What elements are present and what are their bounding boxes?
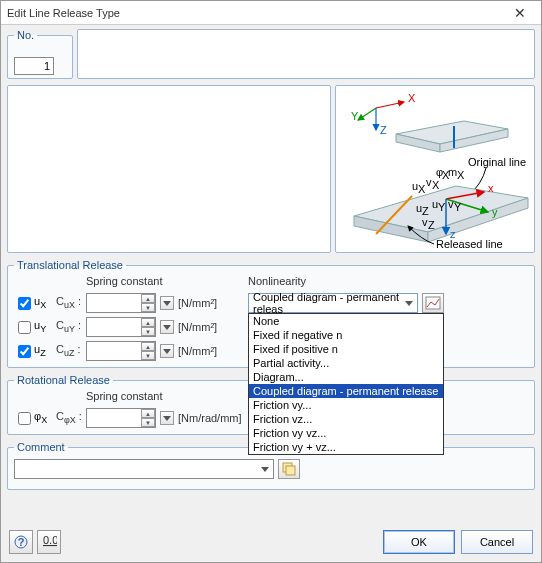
number-input[interactable] bbox=[14, 57, 54, 75]
axis-diagram: X Y Z Original line bbox=[335, 85, 535, 253]
rotational-legend: Rotational Release bbox=[14, 374, 113, 386]
svg-text:X: X bbox=[418, 183, 426, 195]
nonlinearity-ux-value: Coupled diagram - permanent releas bbox=[253, 291, 401, 315]
svg-text:Y: Y bbox=[351, 110, 359, 122]
nl-option[interactable]: Diagram... bbox=[249, 370, 443, 384]
nonlinearity-ux-select[interactable]: Coupled diagram - permanent releas bbox=[248, 293, 418, 313]
svg-text:x: x bbox=[488, 182, 494, 194]
cux-menu-button[interactable] bbox=[160, 296, 174, 310]
cphix-label: CφX : bbox=[56, 410, 82, 425]
units-button[interactable]: 0.00 bbox=[37, 530, 61, 554]
cux-label: CuX : bbox=[56, 295, 82, 310]
svg-marker-42 bbox=[163, 349, 171, 354]
ux-checkbox[interactable] bbox=[18, 297, 31, 310]
dialog-window: Edit Line Release Type ✕ No. bbox=[0, 0, 542, 563]
nl-option[interactable]: Fixed if positive n bbox=[249, 342, 443, 356]
nonlinearity-ux-edit-button[interactable] bbox=[422, 293, 444, 313]
svg-text:Z: Z bbox=[380, 124, 387, 136]
cux-spin-down[interactable]: ▼ bbox=[141, 303, 155, 312]
cuz-label: CuZ : bbox=[56, 343, 82, 358]
svg-marker-40 bbox=[163, 325, 171, 330]
translational-release-group: Translational Release Spring constant No… bbox=[7, 259, 535, 368]
nl-option[interactable]: Partial activity... bbox=[249, 356, 443, 370]
cphix-menu-button[interactable] bbox=[160, 411, 174, 425]
preview-panel-left bbox=[7, 85, 331, 253]
dialog-footer: ? 0.00 OK Cancel bbox=[9, 530, 533, 554]
nl-option[interactable]: Friction vy + vz... bbox=[249, 440, 443, 454]
cancel-button[interactable]: Cancel bbox=[461, 530, 533, 554]
nonlinearity-dropdown: None Fixed if negative n Fixed if positi… bbox=[248, 313, 444, 455]
uy-label: uY bbox=[34, 319, 52, 334]
phix-checkbox[interactable] bbox=[18, 412, 31, 425]
svg-text:Original line: Original line bbox=[468, 156, 526, 168]
svg-text:X: X bbox=[457, 169, 465, 181]
nl-option-selected[interactable]: Coupled diagram - permanent release bbox=[249, 384, 443, 398]
translational-grid: Spring constant Nonlinearity uX CuX : ▲▼… bbox=[14, 275, 528, 361]
nl-option[interactable]: Friction vy vz... bbox=[249, 426, 443, 440]
nl-option[interactable]: Fixed if negative n bbox=[249, 328, 443, 342]
cphix-spin-up[interactable]: ▲ bbox=[141, 409, 155, 418]
unit-ux: [N/mm²] bbox=[178, 297, 244, 309]
svg-marker-38 bbox=[163, 301, 171, 306]
translational-legend: Translational Release bbox=[14, 259, 126, 271]
svg-text:y: y bbox=[492, 206, 498, 218]
cuy-spin-down[interactable]: ▼ bbox=[141, 327, 155, 336]
number-legend: No. bbox=[14, 29, 37, 41]
nl-option[interactable]: Friction vz... bbox=[249, 412, 443, 426]
description-box[interactable] bbox=[77, 29, 535, 79]
nl-option[interactable]: Friction vy... bbox=[249, 398, 443, 412]
nonlinearity-header: Nonlinearity bbox=[248, 275, 528, 289]
cuy-spin-up[interactable]: ▲ bbox=[141, 318, 155, 327]
svg-text:Y: Y bbox=[438, 201, 446, 213]
svg-text:m: m bbox=[448, 166, 457, 178]
svg-line-1 bbox=[358, 108, 376, 120]
cuy-label: CuY : bbox=[56, 319, 82, 334]
nl-option[interactable]: None bbox=[249, 314, 443, 328]
unit-phix: [Nm/rad/mm] bbox=[178, 412, 244, 424]
spring-header: Spring constant bbox=[86, 275, 244, 289]
cphix-spin-down[interactable]: ▼ bbox=[141, 418, 155, 427]
svg-text:?: ? bbox=[18, 536, 25, 548]
help-button[interactable]: ? bbox=[9, 530, 33, 554]
uy-checkbox[interactable] bbox=[18, 321, 31, 334]
unit-uz: [N/mm²] bbox=[178, 345, 244, 357]
svg-text:X: X bbox=[408, 92, 416, 104]
cuy-menu-button[interactable] bbox=[160, 320, 174, 334]
svg-rect-47 bbox=[286, 466, 295, 475]
phix-label: φX bbox=[34, 410, 52, 425]
cuz-spin-up[interactable]: ▲ bbox=[141, 342, 155, 351]
titlebar: Edit Line Release Type ✕ bbox=[1, 1, 541, 25]
ux-label: uX bbox=[34, 295, 52, 310]
close-button[interactable]: ✕ bbox=[505, 3, 535, 23]
cuz-spin-down[interactable]: ▼ bbox=[141, 351, 155, 360]
svg-marker-44 bbox=[163, 416, 171, 421]
uz-checkbox[interactable] bbox=[18, 345, 31, 358]
rot-spring-header: Spring constant bbox=[86, 390, 244, 404]
comment-combo[interactable] bbox=[14, 459, 274, 479]
uz-label: uZ bbox=[34, 343, 52, 358]
cuz-menu-button[interactable] bbox=[160, 344, 174, 358]
comment-pick-button[interactable] bbox=[278, 459, 300, 479]
number-group: No. bbox=[7, 29, 73, 79]
svg-text:0.00: 0.00 bbox=[43, 535, 57, 546]
cux-spin-up[interactable]: ▲ bbox=[141, 294, 155, 303]
svg-line-0 bbox=[376, 102, 404, 108]
svg-text:Z: Z bbox=[428, 219, 435, 231]
svg-text:Released line: Released line bbox=[436, 238, 503, 250]
svg-text:X: X bbox=[432, 179, 440, 191]
svg-text:Y: Y bbox=[454, 201, 462, 213]
dialog-body: No. X bbox=[1, 25, 541, 502]
ok-button[interactable]: OK bbox=[383, 530, 455, 554]
unit-uy: [N/mm²] bbox=[178, 321, 244, 333]
comment-legend: Comment bbox=[14, 441, 68, 453]
window-title: Edit Line Release Type bbox=[7, 7, 505, 19]
